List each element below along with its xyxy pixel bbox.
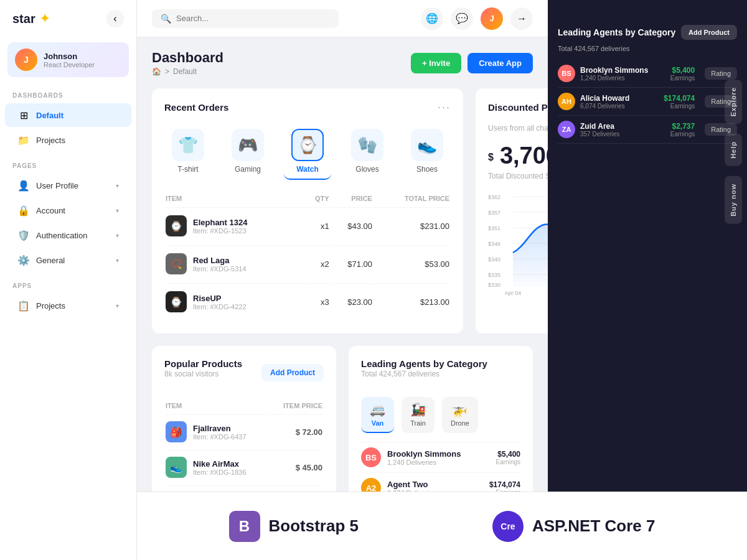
earnings-amount-3: $2,737 xyxy=(670,122,695,131)
promo-aspnet: Cre ASP.NET Core 7 xyxy=(492,511,655,542)
item-total: $231.00 xyxy=(374,207,449,244)
invite-button[interactable]: + Invite xyxy=(411,53,461,73)
search-box[interactable]: 🔍 xyxy=(152,9,339,28)
recent-orders-title: Recent Orders xyxy=(164,102,228,113)
chevron-down-icon-5: ▾ xyxy=(116,302,119,309)
folder-icon: 📁 xyxy=(17,134,30,146)
sidebar-item-default-label: Default xyxy=(36,111,119,120)
item-price-2: $71.00 xyxy=(331,245,372,282)
sidebar-item-projects-dash[interactable]: 📁 Projects xyxy=(5,128,131,152)
rating-button-3[interactable]: Rating xyxy=(705,123,737,136)
tab-train[interactable]: 🚂 Train xyxy=(402,397,435,433)
search-input[interactable] xyxy=(176,14,330,23)
search-icon: 🔍 xyxy=(161,14,171,24)
page-header: Dashboard 🏠 > Default + Invite Create Ap… xyxy=(152,50,533,76)
earnings-name-2: Alicia Howard xyxy=(580,94,629,103)
item-cell: ⌚ Elephant 1324 Item: #XDG-1523 xyxy=(166,215,304,236)
discounted-sales-card: Discounted Product Sales ··· Users from … xyxy=(476,88,548,334)
earnings-stat-3: $2,737 Earnings xyxy=(670,122,695,138)
recent-orders-card: Recent Orders ··· 👕 T-shirt 🎮 Gaming ⌚ xyxy=(152,88,463,334)
page-title: Dashboard xyxy=(152,50,223,66)
right-panel-earnings: Leading Agents by Category Add Product T… xyxy=(558,25,737,144)
train-tab-label: Train xyxy=(410,419,426,427)
sidebar-item-default[interactable]: ⊞ Default xyxy=(5,103,131,127)
rating-button-1[interactable]: Rating xyxy=(705,67,737,80)
tab-watch[interactable]: ⌚ Watch xyxy=(284,124,331,180)
card-menu-icon[interactable]: ··· xyxy=(438,101,451,114)
header-actions: + Invite Create App xyxy=(411,53,533,73)
chevron-down-icon: ▾ xyxy=(116,182,119,189)
earnings-label-3: Earnings xyxy=(670,131,695,138)
sidebar-item-account[interactable]: 🔒 Account ▾ xyxy=(5,198,131,222)
earnings-avatar-1: BS xyxy=(558,65,575,82)
earnings-row-2: AH Alicia Howard 6,074 Deliveries $174,0… xyxy=(558,88,737,116)
earnings-stat-1: $5,400 Earnings xyxy=(670,66,695,82)
breadcrumb: 🏠 > Default xyxy=(152,67,223,76)
agent-stat-1: $5,400 Earnings xyxy=(496,450,520,465)
sidebar-item-apps-projects[interactable]: 📋 Projects ▾ xyxy=(5,294,131,317)
tshirt-tab-label: T-shirt xyxy=(177,165,198,174)
orders-table: ITEM QTY PRICE TOTAL PRICE ⌚ xyxy=(164,190,451,321)
rating-button-2[interactable]: Rating xyxy=(705,95,737,108)
right-panel-content: Leading Agents by Category Add Product T… xyxy=(548,0,747,156)
svg-text:$335: $335 xyxy=(488,272,500,278)
item-total-3: $213.00 xyxy=(374,283,449,320)
item-name: Elephant 1324 xyxy=(193,218,247,227)
pop-item-info-2: Nike AirMax Item: #XDG-1836 xyxy=(193,459,247,476)
sidebar-toggle-button[interactable]: ‹ xyxy=(106,10,124,27)
clipboard-icon: 📋 xyxy=(17,299,30,312)
chart-area xyxy=(513,218,548,287)
sidebar-item-authentication[interactable]: 🛡️ Authentication ▾ xyxy=(5,223,131,247)
tab-shoes[interactable]: 👟 Shoes xyxy=(403,124,451,180)
aspnet-label: ASP.NET Core 7 xyxy=(532,516,655,536)
sidebar-item-general[interactable]: ⚙️ General ▾ xyxy=(5,248,131,272)
user-card: J Johnson React Developer xyxy=(7,42,129,77)
col-qty: QTY xyxy=(305,191,329,206)
agent-info-1: Brooklyn Simmons 1,240 Deliveries xyxy=(387,449,461,466)
table-row: 📿 Red Laga Item: #XDG-5314 x2 $71.00 $53… xyxy=(166,245,449,282)
popular-card-header: Popular Products 8k social visitors Add … xyxy=(164,358,324,387)
create-app-button[interactable]: Create App xyxy=(467,53,533,73)
tshirt-tab-icon: 👕 xyxy=(172,129,204,161)
sales-subtitle: Users from all channels xyxy=(488,124,548,133)
user-role: React Developer xyxy=(44,61,95,68)
gear-icon: ⚙️ xyxy=(17,254,30,266)
agent-earnings-1: $5,400 xyxy=(496,450,520,459)
item-cell-2: 📿 Red Laga Item: #XDG-5314 xyxy=(166,253,304,274)
message-icon[interactable]: 💬 xyxy=(451,7,473,30)
sidebar-item-authentication-label: Authentication xyxy=(36,231,110,240)
sidebar-item-user-profile[interactable]: 👤 User Profile ▾ xyxy=(5,174,131,197)
item-name-3: RiseUP xyxy=(193,294,247,303)
right-panel-add-product-button[interactable]: Add Product xyxy=(681,25,737,40)
item-qty-3: x3 xyxy=(305,283,329,320)
earnings-amount-1: $5,400 xyxy=(670,66,695,75)
tab-van[interactable]: 🚐 Van xyxy=(361,397,394,433)
add-product-button[interactable]: Add Product xyxy=(261,364,324,381)
user-icon: 👤 xyxy=(17,179,30,192)
tab-drone[interactable]: 🚁 Drone xyxy=(442,397,478,433)
tab-gloves[interactable]: 🧤 Gloves xyxy=(344,124,391,180)
watch-tab-icon: ⌚ xyxy=(291,129,324,161)
chevron-down-icon-2: ▾ xyxy=(116,207,119,214)
logout-icon[interactable]: → xyxy=(510,7,533,30)
sales-label: Total Discounted Sales This Month xyxy=(488,172,548,180)
notification-icon[interactable]: 🌐 xyxy=(421,7,443,30)
drone-tab-label: Drone xyxy=(451,419,469,427)
svg-text:Apr 04: Apr 04 xyxy=(505,290,522,296)
sales-dollar: $ xyxy=(488,152,494,163)
popular-title: Popular Products xyxy=(164,358,242,369)
pop-item-price: $ 72.00 xyxy=(271,414,322,449)
tab-tshirt[interactable]: 👕 T-shirt xyxy=(164,124,212,180)
buy-now-button[interactable]: Buy now xyxy=(725,176,742,224)
item-icon-2: 📿 xyxy=(166,253,187,274)
topbar-avatar[interactable]: J xyxy=(481,7,503,30)
tab-gaming[interactable]: 🎮 Gaming xyxy=(224,124,271,180)
right-panel-header: Leading Agents by Category Add Product xyxy=(558,25,737,40)
agents-card-title-group: Leading Agents by Category Total 424,567… xyxy=(361,358,487,387)
earnings-amount-2: $174,074 xyxy=(664,94,695,103)
table-row: ⌚ Elephant 1324 Item: #XDG-1523 x1 $43.0… xyxy=(166,207,449,244)
pop-item-sku-2: Item: #XDG-1836 xyxy=(193,469,247,476)
agents-title: Leading Agents by Category xyxy=(361,358,487,369)
main-content: 🔍 🌐 💬 J → Dashboard 🏠 > Default + Invite… xyxy=(137,0,548,560)
sales-number: 3,706 xyxy=(500,142,548,169)
